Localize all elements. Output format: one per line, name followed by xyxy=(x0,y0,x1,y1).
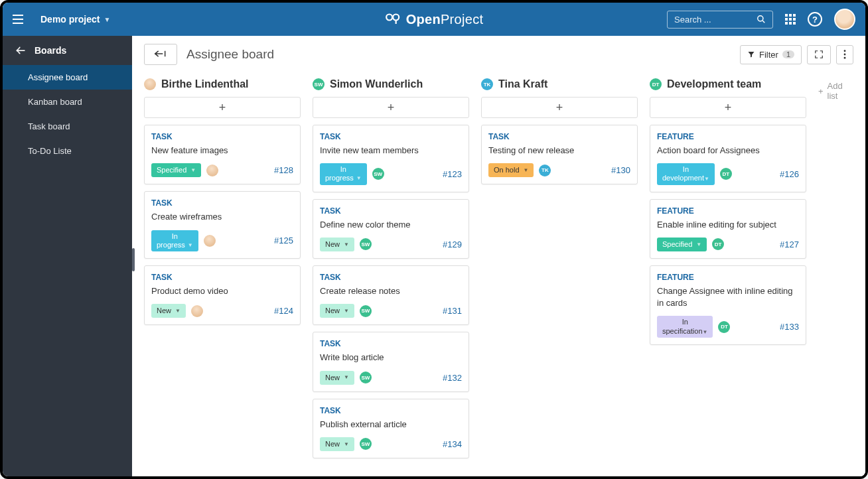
card-type: FEATURE xyxy=(657,273,799,282)
card[interactable]: TASKDefine new color themeNew▼SW#129 xyxy=(313,199,469,259)
help-icon[interactable]: ? xyxy=(808,12,822,27)
card-type: TASK xyxy=(320,273,462,282)
add-card-button[interactable]: + xyxy=(144,97,301,118)
status-pill[interactable]: Inspecification▼ xyxy=(657,316,713,337)
status-pill[interactable]: Specified▼ xyxy=(657,238,707,251)
svg-point-5 xyxy=(844,57,846,59)
app-logo[interactable]: OpenProject xyxy=(385,11,484,27)
card-title: Action board for Assignees xyxy=(657,145,799,157)
card-title: Write blog article xyxy=(320,352,462,364)
card-title: Define new color theme xyxy=(320,219,462,231)
chevron-down-icon: ▼ xyxy=(704,176,709,182)
board-column: DTDevelopment team+FEATUREAction board f… xyxy=(650,78,806,352)
status-pill[interactable]: New▼ xyxy=(151,304,186,318)
status-pill[interactable]: Indevelopment▼ xyxy=(657,163,715,184)
more-vertical-icon xyxy=(843,50,846,59)
column-title: Development team xyxy=(667,78,761,90)
filter-count-badge: 1 xyxy=(782,50,794,58)
card-footer: On hold▼TK#130 xyxy=(488,163,630,177)
user-avatar[interactable] xyxy=(834,9,855,30)
sidebar-item[interactable]: Kanban board xyxy=(3,90,132,114)
assignee-avatar: SW xyxy=(360,238,372,250)
add-list-button[interactable]: +Add list xyxy=(818,78,853,101)
card-id: #133 xyxy=(780,322,799,332)
card[interactable]: TASKCreate release notesNew▼SW#131 xyxy=(313,265,469,325)
status-pill[interactable]: Inprogress▼ xyxy=(151,230,198,251)
card-type: TASK xyxy=(320,339,462,348)
search-field[interactable] xyxy=(674,15,747,25)
status-pill[interactable]: Inprogress▼ xyxy=(320,163,367,184)
top-header: Demo project ▼ OpenProject ? xyxy=(3,3,865,36)
hamburger-menu-icon[interactable] xyxy=(13,12,29,27)
back-button[interactable] xyxy=(144,44,177,65)
chevron-down-icon: ▼ xyxy=(188,242,193,249)
assignee-avatar: DT xyxy=(718,321,730,333)
card[interactable]: TASKCreate wireframesInprogress▼#125 xyxy=(144,191,301,259)
card[interactable]: TASKNew feature imagesSpecified▼#128 xyxy=(144,125,301,184)
sidebar-item[interactable]: Task board xyxy=(3,114,132,139)
assignee-avatar: SW xyxy=(360,372,372,383)
status-pill[interactable]: New▼ xyxy=(320,371,354,385)
column-avatar: DT xyxy=(650,78,662,90)
card-title: Testing of new release xyxy=(488,145,630,157)
assignee-avatar: SW xyxy=(360,305,372,317)
card-footer: New▼SW#134 xyxy=(320,437,462,451)
more-menu-button[interactable] xyxy=(836,45,853,64)
card-type: TASK xyxy=(151,198,293,208)
card[interactable]: TASKPublish external articleNew▼SW#134 xyxy=(313,399,469,458)
svg-point-0 xyxy=(386,15,392,21)
search-icon xyxy=(757,15,766,24)
assignee-avatar: SW xyxy=(372,168,384,180)
assignee-avatar: SW xyxy=(360,438,372,450)
assignee-avatar xyxy=(204,235,216,247)
back-arrow-icon[interactable]: 🡠 xyxy=(16,45,25,56)
sidebar-item[interactable]: To-Do Liste xyxy=(3,139,132,163)
openproject-icon xyxy=(385,11,401,27)
plus-icon: + xyxy=(818,86,824,96)
card-title: Product demo video xyxy=(151,285,293,297)
add-card-button[interactable]: + xyxy=(650,97,806,118)
project-selector[interactable]: Demo project xyxy=(40,14,100,25)
status-pill[interactable]: Specified▼ xyxy=(151,163,201,177)
card[interactable]: TASKProduct demo videoNew▼#124 xyxy=(144,265,301,325)
card-footer: New▼SW#131 xyxy=(320,304,462,318)
card-footer: Inprogress▼SW#123 xyxy=(320,163,462,184)
add-card-button[interactable]: + xyxy=(313,97,469,118)
svg-point-3 xyxy=(844,50,846,52)
fullscreen-button[interactable] xyxy=(807,45,831,64)
search-input[interactable] xyxy=(667,11,773,29)
card[interactable]: FEATUREEnable inline editing for subject… xyxy=(650,199,806,259)
card-type: TASK xyxy=(320,206,462,216)
card[interactable]: TASKInvite new team membersInprogress▼SW… xyxy=(313,125,469,192)
card-type: TASK xyxy=(151,273,293,282)
card[interactable]: FEATUREAction board for AssigneesIndevel… xyxy=(650,125,806,192)
card-type: TASK xyxy=(320,406,462,415)
status-pill[interactable]: New▼ xyxy=(320,238,354,251)
svg-point-4 xyxy=(844,54,846,56)
card-id: #131 xyxy=(443,306,462,316)
status-pill[interactable]: New▼ xyxy=(320,437,354,451)
chevron-down-icon: ▼ xyxy=(344,374,349,381)
column-title: Birthe Lindenthal xyxy=(161,78,249,90)
card[interactable]: FEATUREChange Assignee with inline editi… xyxy=(650,265,806,345)
column-title: Simon Wunderlich xyxy=(330,78,423,90)
sidebar-resize-handle[interactable] xyxy=(132,248,135,271)
status-pill[interactable]: New▼ xyxy=(320,304,354,318)
status-pill[interactable]: On hold▼ xyxy=(488,163,534,177)
board: Birthe Lindenthal+TASKNew feature images… xyxy=(132,73,865,476)
sidebar-item[interactable]: Assignee board xyxy=(3,65,132,90)
card-title: Create release notes xyxy=(320,285,462,297)
chevron-down-icon: ▼ xyxy=(344,241,349,248)
column-avatar: SW xyxy=(313,78,325,90)
chevron-down-icon: ▼ xyxy=(344,308,349,314)
page-title: Assignee board xyxy=(186,47,274,62)
card[interactable]: TASKWrite blog articleNew▼SW#132 xyxy=(313,332,469,391)
filter-button[interactable]: Filter 1 xyxy=(740,45,802,64)
card[interactable]: TASKTesting of new releaseOn hold▼TK#130 xyxy=(481,125,638,184)
chevron-down-icon: ▼ xyxy=(104,16,110,23)
card-type: TASK xyxy=(320,132,462,141)
assignee-avatar xyxy=(206,165,218,176)
assignee-avatar: DT xyxy=(720,168,732,180)
apps-grid-icon[interactable] xyxy=(785,14,796,25)
add-card-button[interactable]: + xyxy=(481,97,638,118)
